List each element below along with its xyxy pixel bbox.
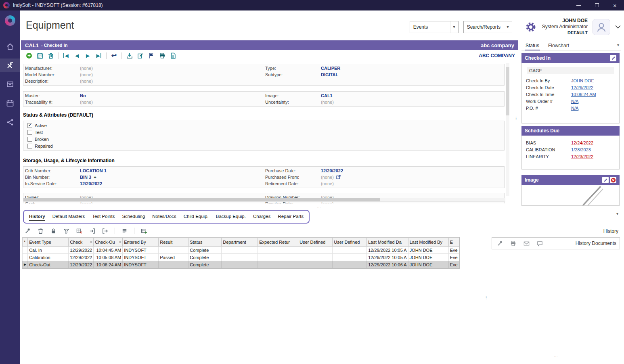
checkbox-unchecked[interactable]: [27, 144, 32, 149]
check-in-by-link[interactable]: JOHN DOE: [571, 77, 594, 84]
maximize-button[interactable]: [588, 0, 606, 10]
save-icon: [126, 52, 133, 59]
previous-record-button[interactable]: ◀: [72, 51, 82, 61]
report-button[interactable]: [168, 51, 178, 61]
tab-test-points[interactable]: Test Points: [88, 211, 118, 223]
attribute-broken[interactable]: Broken: [23, 136, 504, 142]
new-event-button[interactable]: [139, 226, 149, 236]
filter-button[interactable]: [62, 226, 71, 236]
po-number-link[interactable]: N/A: [571, 105, 578, 112]
tab-history[interactable]: History: [25, 211, 49, 223]
history-row-selected[interactable]: ▶ Check-Out 12/29/2022 10:06:24 AM INDYS…: [23, 261, 459, 268]
document-tools-button[interactable]: [495, 238, 505, 248]
print-document-button[interactable]: [509, 238, 518, 248]
tab-default-masters[interactable]: Default Masters: [49, 211, 89, 223]
print-button[interactable]: [157, 51, 167, 61]
modify-event-button[interactable]: [23, 226, 32, 236]
scrollbar-thumb[interactable]: [23, 198, 380, 201]
tab-child-equip[interactable]: Child Equip.: [180, 211, 212, 223]
events-dropdown[interactable]: Events ▾: [410, 21, 459, 33]
check-in-time-link[interactable]: 10:06:24 AM: [571, 91, 596, 98]
tab-backup-equip[interactable]: Backup Equip.: [212, 211, 249, 223]
column-header-status[interactable]: Status: [188, 238, 222, 247]
splitter-handle[interactable]: …: [515, 117, 519, 121]
save-button[interactable]: [125, 51, 134, 61]
add-bin-icon[interactable]: +: [94, 175, 96, 180]
sidebar-item-home[interactable]: [0, 40, 20, 53]
comment-document-button[interactable]: [535, 238, 544, 248]
column-header-event-type[interactable]: Event Type: [28, 238, 69, 247]
collapse-caret-icon[interactable]: ▾: [616, 211, 618, 216]
sidebar-item-calendar[interactable]: [0, 96, 20, 110]
delete-event-button[interactable]: [36, 226, 45, 236]
history-row[interactable]: Calibration 12/29/2022 10:05:08 AM INDYS…: [23, 254, 459, 261]
column-header-result[interactable]: Result: [159, 238, 188, 247]
clear-filter-button[interactable]: [75, 226, 84, 236]
attribute-active[interactable]: ✔ Active: [23, 122, 504, 129]
check-in-button[interactable]: [88, 226, 97, 236]
column-header-expected-return[interactable]: Expected Retur: [258, 238, 298, 247]
calibration-due-date-link[interactable]: 1/28/2023: [571, 146, 591, 153]
undo-button[interactable]: ↩: [109, 51, 119, 61]
minimize-button[interactable]: [570, 0, 588, 10]
list-icon: [121, 228, 128, 234]
tab-status[interactable]: Status: [525, 42, 540, 50]
history-row[interactable]: Cal. In 12/29/2022 10:04:45 AM INDYSOFT …: [23, 247, 459, 254]
linearity-due-date-link[interactable]: 12/23/2022: [571, 153, 593, 160]
checkbox-unchecked[interactable]: [27, 137, 32, 142]
column-header-user-defined-1[interactable]: User Defined: [298, 238, 333, 247]
tab-flowchart[interactable]: Flowchart: [547, 42, 570, 50]
form-vertical-scrollbar[interactable]: [506, 63, 509, 196]
work-order-link[interactable]: N/A: [571, 98, 578, 105]
flag-icon: [148, 52, 155, 59]
add-record-button[interactable]: [24, 51, 34, 61]
next-record-button[interactable]: ▶: [83, 51, 92, 61]
splitter-handle[interactable]: …: [554, 354, 558, 358]
search-reports-dropdown[interactable]: Search/Reports ▾: [463, 21, 512, 33]
first-record-button[interactable]: ◀: [61, 51, 71, 61]
edit-status-button[interactable]: [610, 55, 616, 61]
close-button[interactable]: ×: [606, 0, 624, 10]
splitter-handle[interactable]: …: [485, 296, 490, 300]
lock-event-button[interactable]: [49, 226, 58, 236]
email-document-button[interactable]: [522, 238, 531, 248]
tab-scheduling[interactable]: Scheduling: [118, 211, 149, 223]
column-header-last-modified-by[interactable]: Last Modified By: [408, 238, 448, 247]
sidebar-item-inventory[interactable]: [0, 77, 20, 91]
delete-record-button[interactable]: [46, 51, 55, 61]
check-out-button[interactable]: [101, 226, 110, 236]
attribute-test[interactable]: Test: [23, 129, 504, 136]
bias-due-date-link[interactable]: 12/24/2022: [571, 140, 593, 146]
settings-button[interactable]: [524, 21, 537, 33]
user-menu-button[interactable]: [615, 25, 621, 29]
column-header-e[interactable]: E: [448, 238, 459, 247]
column-header-department[interactable]: Department: [222, 238, 258, 247]
column-header-entered-by[interactable]: Entered By: [123, 238, 159, 247]
sidebar-item-equipment[interactable]: [0, 59, 20, 72]
column-header-last-modified-date[interactable]: Last Modified Da: [367, 238, 408, 247]
bookmark-button[interactable]: [147, 51, 156, 61]
attribute-repaired[interactable]: Repaired: [23, 142, 504, 149]
form-horizontal-scrollbar[interactable]: [23, 198, 505, 202]
previous-record-icon: ◀: [75, 53, 79, 58]
check-in-date-link[interactable]: 12/29/2022: [571, 84, 593, 91]
schedule-button[interactable]: [35, 51, 44, 61]
checkbox-checked[interactable]: ✔: [27, 123, 32, 128]
tab-notes-docs[interactable]: Notes/Docs: [149, 211, 180, 223]
user-avatar[interactable]: [593, 19, 610, 35]
edit-record-button[interactable]: [136, 51, 145, 61]
sidebar-item-network[interactable]: [0, 115, 20, 129]
checkbox-unchecked[interactable]: [27, 130, 32, 135]
remove-image-button[interactable]: [610, 177, 616, 183]
open-vendor-icon[interactable]: [336, 175, 341, 179]
tab-charges[interactable]: Charges: [249, 211, 274, 223]
tab-repair-parts[interactable]: Repair Parts: [274, 211, 307, 223]
edit-image-button[interactable]: [602, 177, 609, 183]
last-record-button[interactable]: ▶: [94, 51, 103, 61]
column-header-user-defined-2[interactable]: User Defined: [333, 238, 367, 247]
list-view-button[interactable]: [120, 226, 129, 236]
column-header-check-out[interactable]: ≡Check-Ou: [94, 238, 123, 247]
scrollbar-thumb[interactable]: [506, 67, 509, 115]
collapse-caret-icon[interactable]: ▾: [617, 43, 619, 47]
column-header-check[interactable]: ≡Check: [69, 238, 94, 247]
